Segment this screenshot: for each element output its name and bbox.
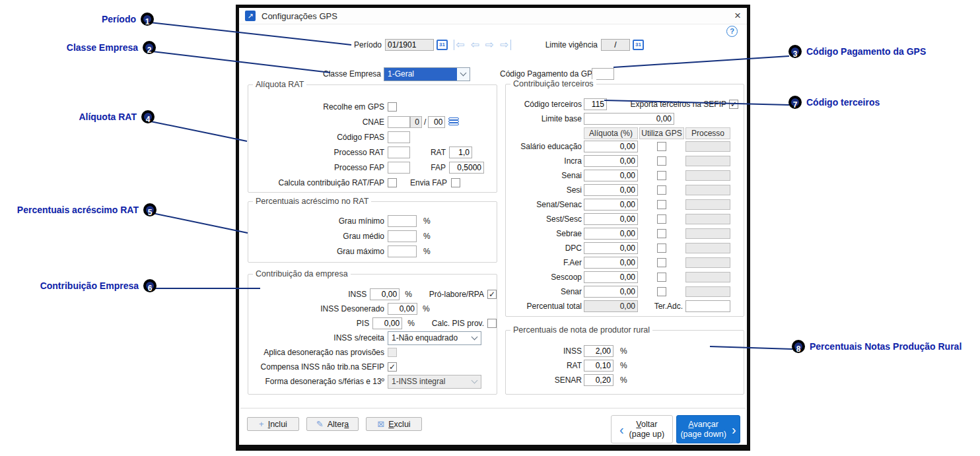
- fap-input[interactable]: [449, 162, 484, 174]
- altera-button[interactable]: ✎ Altera: [306, 417, 359, 431]
- calendar-icon[interactable]: 31: [437, 40, 448, 50]
- utiliza-gps-checkbox[interactable]: [657, 287, 666, 296]
- compensa-inss-checkbox[interactable]: [388, 362, 397, 372]
- grau-input[interactable]: [388, 215, 417, 227]
- inss-receita-select[interactable]: 1-Não enquadrado: [388, 331, 481, 345]
- utiliza-gps-checkbox[interactable]: [657, 258, 666, 267]
- terceiros-table-row: Senar: [506, 284, 744, 299]
- aliquota-input[interactable]: [584, 286, 638, 298]
- recolhe-gps-checkbox[interactable]: [388, 102, 397, 112]
- copy-icon[interactable]: [448, 117, 459, 127]
- callout-badge-2: 2: [143, 41, 156, 54]
- codigo-terceiros-input[interactable]: [584, 98, 607, 110]
- limite-base-input[interactable]: [584, 113, 674, 125]
- forma-desoneracao-label: Forma desoneração s/férias e 13º: [252, 377, 384, 386]
- utiliza-gps-checkbox[interactable]: [657, 214, 666, 224]
- close-icon[interactable]: ×: [734, 11, 741, 21]
- cnae-mid-field: 0: [410, 116, 422, 128]
- terceiros-table-row: F.Aer: [506, 255, 744, 270]
- cnae-sub-input[interactable]: [428, 116, 445, 128]
- calendar-icon[interactable]: 31: [633, 40, 644, 50]
- limite-base-label: Limite base: [510, 114, 582, 123]
- rural-input[interactable]: [584, 345, 613, 357]
- utiliza-gps-checkbox[interactable]: [657, 156, 666, 166]
- grau-input[interactable]: [388, 230, 417, 242]
- utiliza-gps-checkbox[interactable]: [657, 273, 666, 282]
- rural-input[interactable]: [584, 374, 613, 386]
- calc-pis-label: Calc. PIS prov.: [432, 319, 484, 328]
- aliquota-input[interactable]: [584, 271, 638, 283]
- aliquota-input[interactable]: [584, 228, 638, 240]
- callout-codigo-pagamento: 3 Código Pagamento da GPS: [788, 45, 926, 58]
- terceiros-row-label: Salário educação: [510, 142, 582, 151]
- nav-prev-icon[interactable]: ⇦: [470, 40, 479, 50]
- edit-icon: ✎: [316, 419, 324, 429]
- utiliza-gps-checkbox[interactable]: [657, 244, 666, 253]
- grau-input[interactable]: [388, 245, 417, 257]
- inss-input[interactable]: [370, 288, 400, 300]
- calcula-rat-fap-checkbox[interactable]: [388, 178, 397, 187]
- inclui-button[interactable]: + Inclui: [247, 417, 299, 431]
- terceiros-row-label: Senar: [510, 287, 582, 296]
- utiliza-gps-checkbox[interactable]: [657, 171, 666, 180]
- envia-fap-checkbox[interactable]: [451, 178, 460, 187]
- callout-label: Contribuição Empresa: [40, 280, 139, 291]
- aliquota-input[interactable]: [584, 213, 638, 225]
- utiliza-gps-checkbox[interactable]: [657, 200, 666, 209]
- exclui-button[interactable]: ⊠ Exclui: [366, 417, 422, 431]
- utiliza-gps-checkbox[interactable]: [657, 185, 666, 195]
- avancar-button[interactable]: Avançar (page down) ›: [676, 415, 740, 443]
- nav-first-icon[interactable]: ⇦: [454, 40, 464, 50]
- processo-field: [685, 185, 730, 195]
- exporta-sefip-checkbox[interactable]: [729, 100, 738, 109]
- prolabore-checkbox[interactable]: [487, 290, 497, 299]
- rural-label: INSS: [510, 346, 582, 356]
- callout-badge-8: 8: [792, 340, 805, 353]
- inss-desonerado-input[interactable]: [388, 303, 417, 315]
- processo-rat-input[interactable]: [388, 147, 410, 158]
- classe-empresa-select[interactable]: 1-Geral: [384, 67, 470, 81]
- utiliza-gps-checkbox[interactable]: [657, 229, 666, 238]
- aliquota-input[interactable]: [584, 199, 638, 211]
- gps-payment-code-input[interactable]: [592, 68, 614, 80]
- envia-fap-label: Envia FAP: [406, 178, 447, 187]
- rat-input[interactable]: [449, 147, 472, 158]
- processo-fap-input[interactable]: [388, 162, 410, 174]
- window-title: Configurações GPS: [262, 11, 337, 21]
- titlebar: ↗ Configurações GPS ×: [239, 8, 747, 24]
- limit-input[interactable]: [601, 39, 630, 51]
- column-header: Alíquota (%): [584, 127, 638, 139]
- contribuicao-empresa-group: Contribuição da empresa INSS % Pró-labor…: [248, 274, 497, 395]
- aliquota-input[interactable]: [584, 141, 638, 152]
- callout-badge-3: 3: [788, 45, 802, 58]
- aliquota-input[interactable]: [584, 184, 638, 196]
- calcula-rat-fap-label: Calcula contribuição RAT/FAP: [252, 178, 384, 187]
- aliquota-input[interactable]: [584, 170, 638, 181]
- aliquota-input[interactable]: [584, 257, 638, 269]
- nav-last-icon[interactable]: ⇨: [500, 40, 510, 50]
- grau-label: Grau mínimo: [252, 216, 384, 226]
- utiliza-gps-checkbox[interactable]: [657, 142, 666, 151]
- terceiros-table-header: Alíquota (%) Utiliza GPS Processo: [506, 127, 744, 139]
- ter-adc-input[interactable]: [685, 300, 730, 312]
- percent-sign: %: [423, 247, 431, 256]
- percentual-total-label: Percentual total: [510, 302, 582, 311]
- cnae-input[interactable]: [388, 116, 410, 128]
- percent-sign: %: [423, 232, 431, 241]
- rural-input[interactable]: [584, 360, 613, 372]
- pis-input[interactable]: [372, 317, 402, 329]
- plus-icon: +: [259, 419, 264, 429]
- help-icon[interactable]: ?: [726, 26, 738, 37]
- grau-label: Grau médio: [252, 232, 384, 241]
- codigo-fpas-input[interactable]: [388, 131, 410, 143]
- nav-next-icon[interactable]: ⇨: [485, 40, 494, 50]
- voltar-button[interactable]: ‹ Voltar (page up): [611, 415, 673, 443]
- cnae-separator: /: [424, 117, 426, 127]
- calc-pis-checkbox[interactable]: [487, 319, 497, 328]
- limit-label: Limite vigência: [545, 40, 598, 49]
- aliquota-input[interactable]: [584, 242, 638, 254]
- processo-rat-label: Processo RAT: [252, 148, 384, 157]
- period-input[interactable]: [385, 39, 434, 51]
- callout-codigo-terceiros: 7 Código terceiros: [788, 96, 880, 109]
- aliquota-input[interactable]: [584, 155, 638, 167]
